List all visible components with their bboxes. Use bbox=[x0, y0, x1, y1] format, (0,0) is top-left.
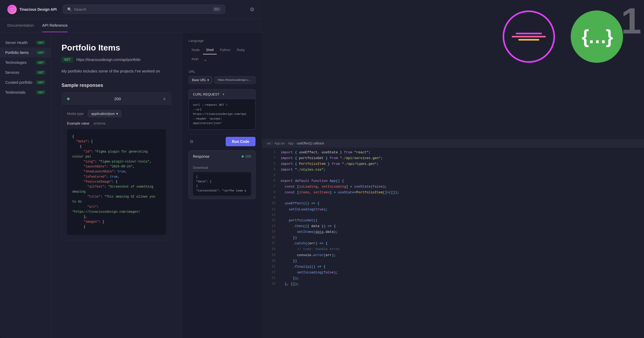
code-line-12: 12 bbox=[262, 212, 644, 218]
code-line-17: 17 .catch((err) => { bbox=[262, 241, 644, 246]
code-line-4: 4 import "./styles.css"; bbox=[262, 167, 644, 173]
url-label: URL bbox=[188, 70, 256, 74]
sidebar-item-testimonials[interactable]: Testimonials GET bbox=[0, 87, 51, 97]
sidebar-item-curated-portfolio[interactable]: Curated portfolio GET bbox=[0, 77, 51, 87]
code-line-11: 11 setIsLoading(true); bbox=[262, 207, 644, 212]
pink-line-1 bbox=[516, 33, 542, 34]
response-title: Response bbox=[193, 154, 209, 159]
sidebar: Server Health GET Portfolio Items GET Te… bbox=[0, 32, 51, 338]
code-line-21: 21 .finally(() => { bbox=[262, 264, 644, 270]
pink-line-3 bbox=[518, 39, 539, 41]
media-type-select[interactable]: application/json ▾ bbox=[88, 110, 122, 117]
download-section: Download { "data": [ { "contentHtml": "<… bbox=[189, 162, 255, 199]
search-shortcut: ⌘K bbox=[213, 7, 221, 12]
tab-api-reference[interactable]: API Reference bbox=[42, 19, 68, 32]
main-content: Portfolio Items GET https://tinaciousdes… bbox=[51, 32, 182, 338]
language-tabs: Node Shell Python Ruby PHP ⌄ bbox=[188, 46, 256, 64]
sidebar-item-technologies[interactable]: Technologies GET bbox=[0, 58, 51, 67]
settings-icon[interactable]: ⚙ bbox=[250, 7, 254, 12]
curl-section: CURL REQUEST ▾ curl --request GET \ --ur… bbox=[188, 89, 256, 130]
run-code-button[interactable]: Run Code bbox=[226, 137, 256, 146]
code-line-24: 24 }, []); bbox=[262, 281, 644, 287]
method-badge: GET bbox=[62, 57, 73, 63]
breadcrumb-app-tsx: App.tsx bbox=[274, 142, 285, 145]
media-type-row: Media type application/json ▾ bbox=[67, 110, 166, 117]
code-line-13: 13 portfolioGet() bbox=[262, 218, 644, 223]
search-placeholder: Search bbox=[74, 7, 211, 12]
brand-title: Tinacious Design API bbox=[19, 7, 57, 12]
endpoint-row: GET https://tinaciousdesign.com/api/port… bbox=[62, 57, 171, 63]
nav-tabs: Documentation API Reference bbox=[0, 19, 262, 32]
right-panel: Language Node Shell Python Ruby PHP ⌄ UR… bbox=[182, 32, 262, 338]
sidebar-item-server-health[interactable]: Server Health GET bbox=[0, 38, 51, 48]
pink-line-2 bbox=[512, 36, 546, 37]
breadcrumb-useeffect: useEffect() callback bbox=[297, 142, 324, 145]
description: My portfolio includes some of the projec… bbox=[62, 69, 171, 73]
code-line-23: 23 }); bbox=[262, 275, 644, 281]
curl-code: curl --request GET \ --url https://tinac… bbox=[188, 99, 256, 130]
editor-breadcrumb: src › App.tsx › App › useEffect() callba… bbox=[262, 139, 644, 148]
response-200-badge: 200 bbox=[242, 154, 251, 158]
code-line-10: 10 useEffect(() => { bbox=[262, 201, 644, 206]
code-line-1: 1 import { useEffect, useState } from "r… bbox=[262, 150, 644, 155]
search-icon: 🔍 bbox=[67, 7, 72, 12]
search-bar[interactable]: 🔍 Search ⌘K bbox=[63, 5, 225, 14]
response-code-200: 200 bbox=[114, 97, 121, 101]
code-line-9: 9 bbox=[262, 195, 644, 201]
code-line-16: 16 }) bbox=[262, 235, 644, 241]
code-line-7: 7 const [isLoading, setIsLoading] = useS… bbox=[262, 184, 644, 190]
code-line-15: 15 setItems(data.data); bbox=[262, 229, 644, 235]
response-top: Response 200 bbox=[189, 151, 255, 162]
code-line-5: 5 bbox=[262, 173, 644, 178]
right-side-panel: 1 {…} src › App.tsx › App › useEffect() … bbox=[262, 0, 644, 338]
run-row: ⧉ Run Code bbox=[188, 134, 256, 150]
response-header-200[interactable]: 200 ∧ bbox=[62, 93, 171, 105]
code-line-3: 3 import { PortfolioItem } from "./api/t… bbox=[262, 161, 644, 167]
sample-responses-title: Sample responses bbox=[62, 83, 171, 88]
curl-label: CURL REQUEST bbox=[193, 92, 219, 96]
curl-header[interactable]: CURL REQUEST ▾ bbox=[188, 89, 256, 99]
media-type-chevron: ▾ bbox=[116, 112, 118, 116]
code-line-20: 20 }) bbox=[262, 258, 644, 264]
response-chevron: ∧ bbox=[163, 96, 166, 101]
schema-link[interactable]: schema bbox=[93, 121, 106, 125]
tab-documentation[interactable]: Documentation bbox=[7, 19, 34, 32]
code-line-22: 22 setIsLoading(false); bbox=[262, 270, 644, 275]
code-block: { "data": [ { "id": "Figma plugin for ge… bbox=[67, 129, 166, 235]
language-section: Language Node Shell Python Ruby PHP ⌄ bbox=[188, 39, 256, 64]
curly-braces-icon: {…} bbox=[582, 27, 612, 46]
url-section: URL Base URL ▾ https://tinaciousdesign.c… bbox=[188, 70, 256, 84]
response-body: Media type application/json ▾ Example va… bbox=[62, 105, 171, 240]
download-code: { "data": [ { "contentHtml": "<p>The tea… bbox=[193, 172, 251, 196]
endpoint-url: https://tinaciousdesign.com/api/portfoli… bbox=[76, 58, 141, 62]
download-label: Download bbox=[193, 166, 251, 170]
breadcrumb-app: App bbox=[288, 142, 293, 145]
curl-chevron: ▾ bbox=[223, 92, 224, 96]
lang-tab-python[interactable]: Python bbox=[217, 46, 234, 54]
topbar-right: ⚙ bbox=[250, 6, 254, 13]
base-url-select[interactable]: Base URL ▾ bbox=[188, 76, 212, 84]
lang-tab-node[interactable]: Node bbox=[188, 46, 203, 54]
example-value-link[interactable]: Example value bbox=[67, 121, 89, 125]
code-line-2: 2 import { portfolioGet } from "./api/se… bbox=[262, 155, 644, 161]
code-lines: 1 import { useEffect, useState } from "r… bbox=[262, 148, 644, 289]
green-circle-icon: {…} bbox=[571, 10, 623, 63]
code-line-8: 8 const [items, setItems] = useState<Por… bbox=[262, 190, 644, 195]
response-dot bbox=[67, 98, 70, 100]
code-line-19: 19 console.error(err); bbox=[262, 252, 644, 258]
lang-tab-php[interactable]: PHP bbox=[188, 55, 202, 64]
response-accordion: 200 ∧ Media type application/json ▾ Exam… bbox=[62, 92, 171, 240]
lang-more-chevron[interactable]: ⌄ bbox=[202, 54, 209, 64]
page-title: Portfolio Items bbox=[62, 43, 171, 53]
url-row: Base URL ▾ https://tinaciousdesign.com/a… bbox=[188, 76, 256, 84]
code-line-6: 6 export default function App() { bbox=[262, 178, 644, 184]
sidebar-item-services[interactable]: Services GET bbox=[0, 67, 51, 77]
response-section: Response 200 Download { "data": [ { "con… bbox=[188, 150, 256, 199]
language-label: Language bbox=[188, 39, 256, 43]
base-url-chevron: ▾ bbox=[207, 78, 209, 82]
lang-tab-ruby[interactable]: Ruby bbox=[234, 46, 248, 54]
breadcrumb-src: src bbox=[267, 142, 271, 145]
sidebar-item-portfolio-items[interactable]: Portfolio Items GET bbox=[0, 48, 51, 58]
copy-button[interactable]: ⧉ bbox=[188, 138, 195, 145]
lang-tab-shell[interactable]: Shell bbox=[203, 46, 217, 54]
